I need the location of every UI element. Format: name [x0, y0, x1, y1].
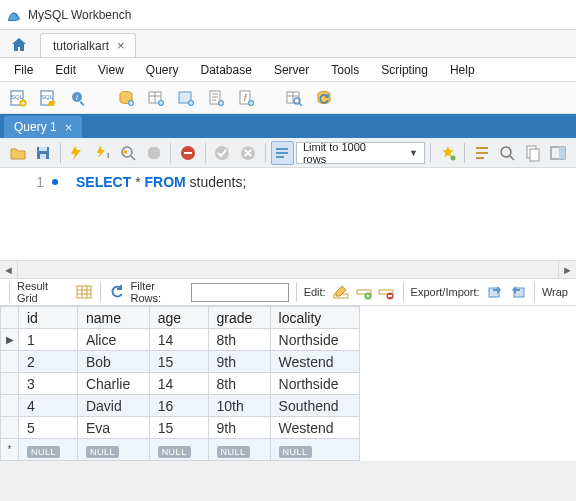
table-row[interactable]: 3Charlie148thNorthside [1, 373, 360, 395]
column-header[interactable]: locality [270, 307, 359, 329]
menu-server[interactable]: Server [264, 60, 319, 80]
cell[interactable]: David [77, 395, 149, 417]
close-icon[interactable]: × [65, 120, 73, 135]
column-header[interactable]: age [149, 307, 208, 329]
inspector-button[interactable]: i [66, 86, 90, 110]
refresh-icon[interactable] [108, 282, 127, 302]
menu-scripting[interactable]: Scripting [371, 60, 438, 80]
row-header[interactable]: ▶ [1, 329, 19, 351]
row-header[interactable] [1, 417, 19, 439]
sql-editor[interactable]: 1 SELECT * FROM students; [0, 168, 576, 260]
query-tab[interactable]: Query 1 × [4, 116, 82, 138]
stop-button[interactable] [142, 141, 165, 165]
cell[interactable]: 9th [208, 351, 270, 373]
cell[interactable]: Westend [270, 351, 359, 373]
cell[interactable]: Alice [77, 329, 149, 351]
table-create-button[interactable] [144, 86, 168, 110]
snippets-button[interactable] [521, 141, 544, 165]
toggle-autocommit-button[interactable] [176, 141, 199, 165]
cell[interactable]: Westend [270, 417, 359, 439]
reconnect-button[interactable] [312, 86, 336, 110]
grid-view-icon[interactable] [74, 282, 93, 302]
cell-null[interactable]: NULL [149, 439, 208, 461]
column-header[interactable]: name [77, 307, 149, 329]
menu-tools[interactable]: Tools [321, 60, 369, 80]
schema-create-button[interactable] [114, 86, 138, 110]
cell[interactable]: 8th [208, 373, 270, 395]
open-sql-file-button[interactable]: SQL [36, 86, 60, 110]
menu-file[interactable]: File [4, 60, 43, 80]
cell[interactable]: Northside [270, 373, 359, 395]
scroll-right-icon[interactable]: ► [558, 261, 576, 279]
function-create-button[interactable]: f [234, 86, 258, 110]
column-header[interactable]: grade [208, 307, 270, 329]
scroll-left-icon[interactable]: ◄ [0, 261, 18, 279]
cell[interactable]: 16 [149, 395, 208, 417]
cell[interactable]: 14 [149, 329, 208, 351]
row-limit-dropdown[interactable]: Limit to 1000 rows ▼ [296, 142, 425, 164]
cell[interactable]: 3 [19, 373, 78, 395]
cell[interactable]: 8th [208, 329, 270, 351]
row-header[interactable] [1, 395, 19, 417]
cell[interactable]: Southend [270, 395, 359, 417]
horizontal-scrollbar[interactable]: ◄ ► [0, 260, 576, 278]
table-row-null[interactable]: *NULLNULLNULLNULLNULL [1, 439, 360, 461]
cell[interactable]: 14 [149, 373, 208, 395]
commit-button[interactable] [211, 141, 234, 165]
cell[interactable]: 4 [19, 395, 78, 417]
menu-edit[interactable]: Edit [45, 60, 86, 80]
home-button[interactable] [6, 33, 32, 57]
toggle-panel-button[interactable] [547, 141, 570, 165]
cell[interactable]: 1 [19, 329, 78, 351]
cell-null[interactable]: NULL [208, 439, 270, 461]
search-table-data-button[interactable] [282, 86, 306, 110]
edit-row-icon[interactable] [332, 282, 351, 302]
cell[interactable]: Charlie [77, 373, 149, 395]
search-button[interactable] [496, 141, 519, 165]
execute-current-button[interactable]: I [91, 141, 114, 165]
view-create-button[interactable] [174, 86, 198, 110]
execute-button[interactable] [66, 141, 89, 165]
table-row[interactable]: 5Eva159thWestend [1, 417, 360, 439]
filter-rows-input[interactable] [191, 283, 289, 302]
table-row[interactable]: 2Bob159thWestend [1, 351, 360, 373]
export-icon[interactable] [486, 282, 505, 302]
cell[interactable]: 10th [208, 395, 270, 417]
table-row[interactable]: ▶1Alice148thNorthside [1, 329, 360, 351]
find-button[interactable] [470, 141, 493, 165]
cell[interactable]: 2 [19, 351, 78, 373]
menu-help[interactable]: Help [440, 60, 485, 80]
cell-null[interactable]: NULL [19, 439, 78, 461]
beautify-button[interactable] [436, 141, 459, 165]
add-row-icon[interactable] [354, 282, 373, 302]
import-icon[interactable] [508, 282, 527, 302]
new-sql-tab-button[interactable]: SQL [6, 86, 30, 110]
close-icon[interactable]: × [117, 39, 125, 52]
open-file-button[interactable] [6, 141, 29, 165]
menu-database[interactable]: Database [191, 60, 262, 80]
code-area[interactable]: SELECT * FROM students; [52, 172, 246, 260]
delete-row-icon[interactable] [377, 282, 396, 302]
menu-view[interactable]: View [88, 60, 134, 80]
cell[interactable]: 15 [149, 417, 208, 439]
cell[interactable]: 9th [208, 417, 270, 439]
cell[interactable]: 15 [149, 351, 208, 373]
row-header[interactable] [1, 373, 19, 395]
connection-tab[interactable]: tutorialkart × [40, 33, 136, 57]
column-header[interactable]: id [19, 307, 78, 329]
cell-null[interactable]: NULL [77, 439, 149, 461]
rollback-button[interactable] [236, 141, 259, 165]
cell[interactable]: Bob [77, 351, 149, 373]
result-grid[interactable]: id name age grade locality ▶1Alice148thN… [0, 306, 576, 461]
row-header[interactable]: * [1, 439, 19, 461]
cell-null[interactable]: NULL [270, 439, 359, 461]
row-header[interactable] [1, 351, 19, 373]
table-row[interactable]: 4David1610thSouthend [1, 395, 360, 417]
cell[interactable]: Eva [77, 417, 149, 439]
cell[interactable]: Northside [270, 329, 359, 351]
explain-button[interactable] [117, 141, 140, 165]
toggle-whitespace-button[interactable] [271, 141, 294, 165]
procedure-create-button[interactable] [204, 86, 228, 110]
cell[interactable]: 5 [19, 417, 78, 439]
menu-query[interactable]: Query [136, 60, 189, 80]
